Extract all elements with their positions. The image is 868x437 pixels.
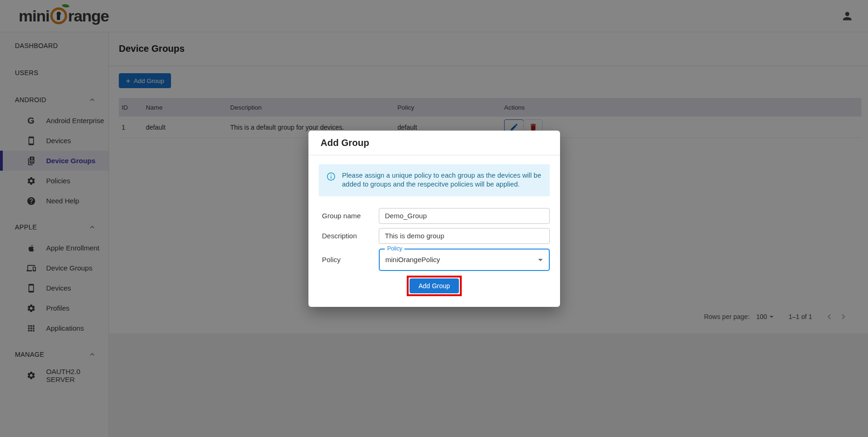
annotation-highlight-box: Add Group (407, 276, 462, 296)
group-name-input[interactable] (379, 208, 550, 224)
description-input[interactable] (379, 228, 550, 244)
add-group-dialog: Add Group Please assign a unique policy … (308, 131, 560, 307)
description-row: Description (319, 228, 550, 244)
dialog-title: Add Group (321, 138, 369, 148)
info-icon (326, 172, 336, 181)
group-name-row: Group name (319, 208, 550, 224)
dialog-body: Please assign a unique policy to each gr… (308, 155, 560, 296)
info-alert-text: Please assign a unique policy to each gr… (342, 171, 542, 189)
group-name-label: Group name (319, 212, 379, 220)
policy-row: Policy Policy miniOrangePolicy (319, 249, 550, 271)
caret-down-icon (535, 254, 546, 265)
description-label: Description (319, 232, 379, 240)
info-alert: Please assign a unique policy to each gr… (319, 164, 550, 196)
policy-floating-label: Policy (385, 245, 404, 252)
dialog-header: Add Group (308, 131, 560, 155)
policy-label: Policy (319, 256, 379, 264)
dialog-actions: Add Group (319, 276, 550, 296)
modal-add-group-button[interactable]: Add Group (410, 278, 459, 293)
policy-select-value: miniOrangePolicy (385, 256, 440, 264)
policy-select[interactable]: Policy miniOrangePolicy (379, 249, 550, 271)
